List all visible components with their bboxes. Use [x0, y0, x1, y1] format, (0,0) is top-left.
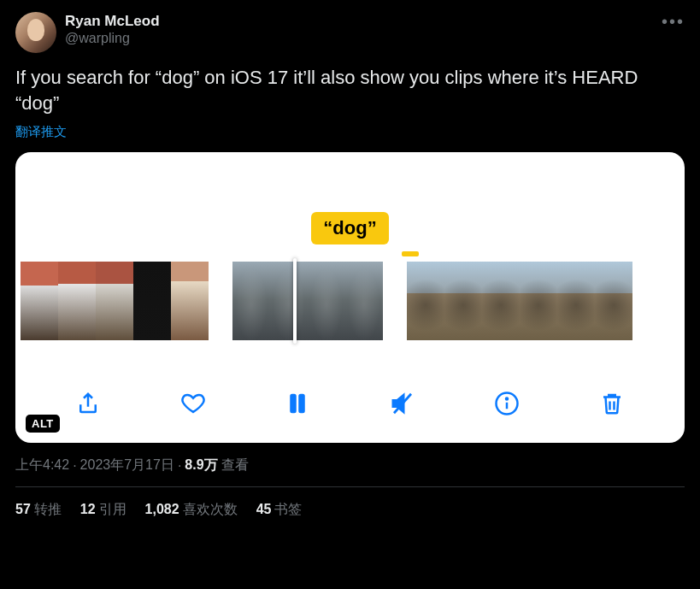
avatar[interactable] — [15, 12, 56, 53]
alt-badge[interactable]: ALT — [26, 415, 60, 433]
tweet-container: Ryan McLeod @warpling ••• If you search … — [0, 0, 700, 533]
playhead[interactable] — [293, 258, 297, 344]
stat-bookmarks[interactable]: 45书签 — [256, 501, 303, 519]
tweet-header: Ryan McLeod @warpling ••• — [15, 12, 685, 53]
stat-likes[interactable]: 1,082喜欢次数 — [145, 501, 238, 519]
heart-icon[interactable] — [178, 388, 209, 419]
author-block[interactable]: Ryan McLeod @warpling — [65, 12, 160, 47]
tweet-stats: 57转推 12引用 1,082喜欢次数 45书签 — [15, 487, 685, 533]
timeline-marker — [402, 251, 419, 256]
thumbnail[interactable] — [407, 262, 444, 340]
thumbnail[interactable] — [520, 262, 557, 340]
svg-point-5 — [506, 398, 508, 400]
more-icon[interactable]: ••• — [662, 12, 685, 32]
views-count: 8.9万 — [185, 456, 217, 474]
tweet-date[interactable]: 2023年7月17日 — [80, 456, 174, 474]
stat-retweets[interactable]: 57转推 — [15, 501, 62, 519]
thumbnail[interactable] — [58, 262, 96, 340]
stat-quotes[interactable]: 12引用 — [80, 501, 126, 519]
thumbnail[interactable] — [96, 262, 133, 340]
clip-group-2[interactable] — [232, 262, 383, 340]
media-card[interactable]: “dog” — [15, 152, 685, 443]
thumbnail[interactable] — [308, 262, 345, 340]
thumbnail[interactable] — [482, 262, 520, 340]
thumbnail[interactable] — [557, 262, 595, 340]
thumbnail[interactable] — [232, 262, 270, 340]
svg-rect-0 — [291, 395, 296, 412]
thumbnail[interactable] — [270, 262, 308, 340]
display-name: Ryan McLeod — [65, 12, 160, 30]
pause-icon[interactable] — [282, 388, 313, 419]
mute-icon[interactable] — [387, 388, 418, 419]
search-term-label-wrap: “dog” — [15, 212, 685, 244]
views-label: 查看 — [221, 456, 249, 474]
translate-link[interactable]: 翻译推文 — [15, 124, 685, 140]
tweet-text: If you search for “dog” on iOS 17 it’ll … — [15, 65, 685, 115]
clip-group-3[interactable] — [407, 262, 632, 340]
tweet-meta: 上午4:42 · 2023年7月17日 · 8.9万 查看 — [15, 456, 685, 474]
filmstrip[interactable] — [15, 262, 685, 340]
thumbnail[interactable] — [21, 262, 58, 340]
thumbnail[interactable] — [444, 262, 482, 340]
trash-icon[interactable] — [597, 388, 627, 419]
info-icon[interactable] — [491, 388, 522, 419]
thumbnail[interactable] — [171, 262, 209, 340]
media-controls — [15, 388, 685, 419]
share-icon[interactable] — [73, 388, 103, 419]
tweet-time[interactable]: 上午4:42 — [15, 456, 69, 474]
search-term-label: “dog” — [311, 212, 388, 244]
handle: @warpling — [65, 30, 160, 47]
thumbnail[interactable] — [345, 262, 383, 340]
clip-group-1[interactable] — [21, 262, 209, 340]
thumbnail[interactable] — [595, 262, 632, 340]
svg-rect-1 — [300, 395, 304, 412]
thumbnail[interactable] — [133, 262, 171, 340]
